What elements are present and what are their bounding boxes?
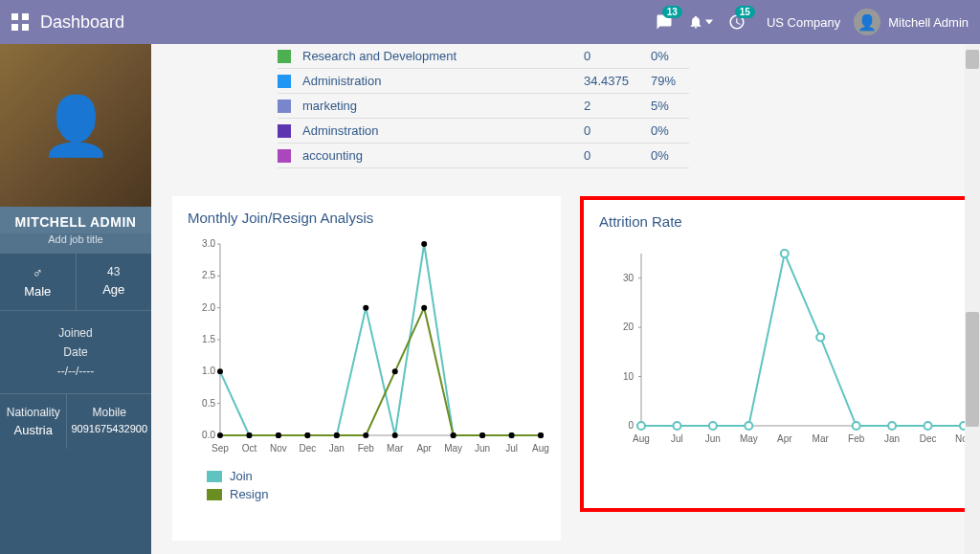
svg-rect-0 — [11, 13, 18, 20]
dept-name[interactable]: marketing — [302, 99, 584, 113]
svg-point-45 — [246, 432, 252, 438]
color-swatch — [278, 100, 291, 113]
nationality-cell: Nationality Austria — [0, 393, 67, 449]
svg-text:Aug: Aug — [633, 433, 650, 444]
dept-name[interactable]: Research and Development — [302, 49, 584, 63]
color-swatch — [278, 149, 291, 163]
svg-text:0: 0 — [628, 420, 634, 431]
join-resign-chart: 0.00.51.01.52.02.53.0SepOctNovDecJanFebM… — [191, 239, 546, 459]
dept-pct: 0% — [651, 123, 689, 138]
svg-text:Aug: Aug — [532, 443, 549, 454]
svg-text:May: May — [740, 433, 758, 444]
joined-block: Joined Date --/--/---- — [0, 310, 151, 393]
notifications-icon[interactable] — [688, 14, 713, 30]
svg-text:1.5: 1.5 — [202, 334, 215, 344]
svg-text:Feb: Feb — [848, 433, 865, 444]
svg-text:Oct: Oct — [242, 443, 257, 454]
svg-text:20: 20 — [623, 321, 635, 332]
svg-point-55 — [538, 432, 544, 438]
scrollbar-up[interactable] — [966, 50, 979, 69]
scrollbar-thumb[interactable] — [966, 312, 979, 427]
svg-point-53 — [479, 432, 485, 438]
svg-point-54 — [509, 432, 515, 438]
table-row: Administration 34.4375 79% — [278, 69, 689, 94]
age-cell: 43 Age — [77, 253, 152, 310]
svg-text:Jan: Jan — [329, 443, 345, 454]
svg-text:3.0: 3.0 — [202, 238, 215, 249]
job-title-input[interactable]: Add job title — [0, 233, 151, 253]
svg-point-81 — [816, 333, 824, 341]
dept-name[interactable]: Administration — [302, 74, 584, 88]
svg-text:10: 10 — [623, 371, 635, 382]
table-row: accounting 0 0% — [278, 144, 689, 168]
dept-pct: 79% — [651, 74, 689, 88]
apps-icon[interactable] — [11, 13, 29, 31]
svg-text:1.0: 1.0 — [202, 366, 215, 376]
mobile-cell: Mobile 9091675432900 — [67, 393, 151, 449]
color-swatch — [278, 75, 291, 88]
join-chart-title: Monthly Join/Resign Analysis — [188, 210, 546, 226]
svg-text:Nov: Nov — [270, 443, 287, 454]
svg-point-44 — [217, 432, 223, 438]
svg-text:2.0: 2.0 — [202, 302, 215, 313]
svg-text:0.5: 0.5 — [202, 398, 215, 409]
join-resign-card: Monthly Join/Resign Analysis 0.00.51.01.… — [172, 196, 561, 541]
avatar[interactable]: 👤 — [854, 9, 880, 35]
messages-badge: 13 — [662, 6, 682, 18]
page-title: Dashboard — [40, 12, 124, 33]
activities-icon[interactable]: 15 — [728, 13, 746, 31]
profile-sidebar: 👤 MITCHELL ADMIN Add job title ♂ Male 43… — [0, 44, 151, 554]
dept-pct: 0% — [651, 49, 689, 63]
svg-text:2.5: 2.5 — [202, 270, 215, 280]
svg-point-76 — [637, 422, 645, 430]
svg-text:Mar: Mar — [813, 433, 830, 444]
svg-rect-1 — [22, 13, 29, 20]
legend-join[interactable]: Join — [207, 469, 546, 483]
dept-name[interactable]: accounting — [302, 148, 584, 163]
svg-point-78 — [709, 422, 717, 430]
svg-text:Apr: Apr — [416, 443, 432, 454]
dept-pct: 5% — [651, 99, 689, 113]
messages-icon[interactable]: 13 — [656, 13, 673, 31]
svg-text:Sep: Sep — [212, 443, 229, 454]
svg-text:30: 30 — [623, 273, 635, 283]
svg-text:May: May — [444, 443, 462, 454]
svg-text:Dec: Dec — [920, 433, 937, 444]
attrition-chart: 0102030AugJulJunMayAprMarFebJanDecNov — [605, 249, 969, 469]
color-swatch — [278, 50, 291, 63]
company-selector[interactable]: US Company — [767, 15, 840, 30]
svg-point-37 — [363, 305, 368, 311]
department-table: Research and Development 0 0% Administra… — [278, 44, 689, 183]
svg-text:Apr: Apr — [777, 433, 792, 444]
dept-value: 0 — [584, 123, 651, 138]
svg-point-52 — [451, 432, 457, 438]
svg-point-83 — [888, 422, 896, 430]
legend-resign[interactable]: Resign — [207, 487, 546, 501]
svg-point-46 — [276, 432, 281, 438]
svg-point-50 — [392, 368, 398, 374]
attrition-chart-title: Attrition Rate — [599, 213, 959, 230]
dept-value: 0 — [584, 148, 651, 163]
username[interactable]: Mitchell Admin — [888, 15, 969, 30]
activities-badge: 15 — [735, 6, 755, 18]
dept-name[interactable]: Adminstration — [302, 123, 584, 138]
profile-photo[interactable]: 👤 — [0, 44, 151, 207]
svg-point-84 — [924, 422, 932, 430]
table-row: marketing 2 5% — [278, 94, 689, 119]
svg-text:Feb: Feb — [358, 443, 375, 454]
svg-text:Jul: Jul — [671, 433, 683, 444]
table-row: Adminstration 0 0% — [278, 119, 689, 144]
svg-point-49 — [363, 432, 368, 438]
svg-point-80 — [781, 250, 789, 257]
svg-text:Jul: Jul — [505, 443, 518, 454]
svg-point-79 — [745, 422, 752, 430]
table-row: Research and Development 0 0% — [278, 44, 689, 69]
svg-point-39 — [421, 241, 427, 247]
svg-text:0.0: 0.0 — [202, 430, 215, 440]
svg-point-32 — [217, 368, 223, 374]
svg-point-51 — [421, 305, 427, 311]
svg-text:Jun: Jun — [705, 433, 721, 444]
profile-name: MITCHELL ADMIN — [0, 207, 151, 233]
svg-point-77 — [673, 422, 680, 430]
scrollbar[interactable] — [965, 44, 980, 554]
